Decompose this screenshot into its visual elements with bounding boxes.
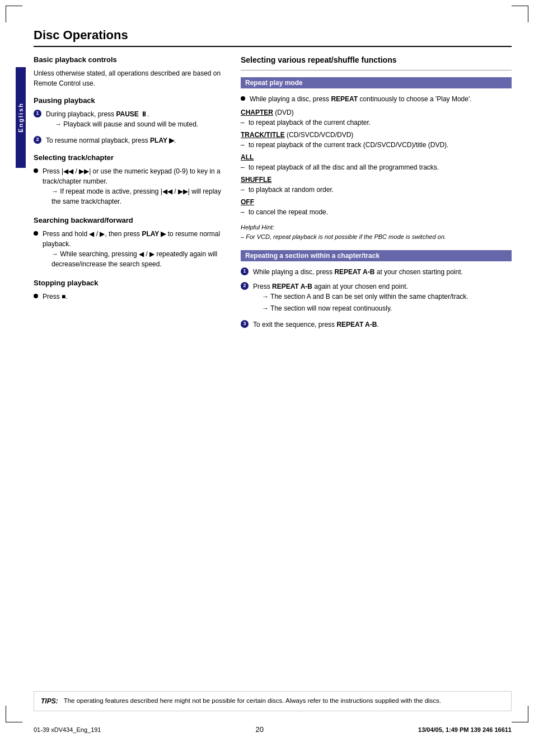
play-bold: PLAY ▶: [150, 137, 174, 144]
right-main-heading: Selecting various repeat/shuffle functio…: [241, 55, 512, 64]
selecting-arrow-1: → If repeat mode is active, pressing |◀◀…: [43, 186, 224, 206]
basic-playback-heading: Basic playback controls: [34, 55, 224, 64]
stopping-bullet-item: Press ■.: [34, 292, 224, 302]
main-content: Disc Operations Basic playback controls …: [34, 17, 512, 334]
repeating-item-3: 3 To exit the sequence, press REPEAT A-B…: [241, 320, 512, 330]
chapter-underlined: CHAPTER: [241, 109, 273, 116]
selecting-bullet-item: Press |◀◀ / ▶▶| or use the numeric keypa…: [34, 166, 224, 208]
repeating-arrow-1: → The section A and B can be set only wi…: [253, 292, 469, 302]
selecting-text: Press |◀◀ / ▶▶| or use the numeric keypa…: [43, 166, 224, 208]
repeating-section-label: Repeating a section within a chapter/tra…: [245, 252, 380, 260]
left-column: Basic playback controls Unless otherwise…: [34, 55, 224, 334]
pausing-text-2: To resume normal playback, press PLAY ▶.: [46, 135, 176, 145]
chapter-dvd: (DVD): [275, 109, 293, 116]
hint-text: – For VCD, repeat playback is not possib…: [241, 233, 446, 240]
repeat-play-mode-label: Repeat play mode: [245, 79, 303, 87]
searching-bullet-item: Press and hold ◀ / ▶, then press PLAY ▶ …: [34, 229, 224, 271]
footer-right: 13/04/05, 1:49 PM 139 246 16611: [418, 726, 512, 733]
footer-left: 01-39 xDV434_Eng_191: [34, 726, 101, 733]
tips-box: TIPS: The operating features described h…: [34, 691, 512, 711]
corner-mark-br: [512, 706, 528, 722]
page-number: 20: [256, 725, 264, 734]
shuffle-label: SHUFFLE: [241, 176, 512, 184]
repeat-ab-bold-1: REPEAT A-B: [334, 268, 374, 276]
off-text: to cancel the repeat mode.: [241, 207, 512, 217]
pausing-heading: Pausing playback: [34, 96, 224, 105]
corner-mark-tl: [6, 6, 22, 22]
pause-bold: PAUSE ⏸: [116, 110, 147, 118]
shuffle-section: SHUFFLE to playback at random order.: [241, 176, 512, 195]
page-title: Disc Operations: [34, 28, 512, 47]
bullet-dot-1: [34, 168, 38, 173]
sidebar: English: [16, 67, 26, 168]
hint-label: Helpful Hint:: [241, 224, 274, 231]
stopping-heading: Stopping playback: [34, 279, 224, 287]
bullet-dot-3: [34, 294, 38, 298]
tips-text: The operating features described here mi…: [64, 696, 441, 706]
off-section: OFF to cancel the repeat mode.: [241, 198, 512, 217]
repeating-text-2: Press REPEAT A-B again at your chosen en…: [253, 281, 469, 315]
num-badge-1: 1: [34, 110, 41, 118]
repeating-item-2: 2 Press REPEAT A-B again at your chosen …: [241, 281, 512, 315]
pausing-arrow-1: → Playback will pause and sound will be …: [46, 119, 198, 129]
repeating-text-1: While playing a disc, press REPEAT A-B a…: [253, 267, 463, 277]
all-section: ALL to repeat playback of all the disc a…: [241, 153, 512, 172]
searching-text: Press and hold ◀ / ▶, then press PLAY ▶ …: [43, 229, 224, 271]
num-badge-r2: 2: [241, 282, 249, 290]
stopping-text: Press ■.: [43, 292, 68, 302]
pausing-item-2: 2 To resume normal playback, press PLAY …: [34, 135, 224, 145]
repeat-bullet-text: While playing a disc, press REPEAT conti…: [250, 94, 472, 104]
num-badge-r1: 1: [241, 267, 249, 275]
repeating-text-3: To exit the sequence, press REPEAT A-B.: [253, 320, 379, 330]
divider-1: [241, 70, 512, 71]
bullet-dot-2: [34, 231, 38, 236]
searching-arrow: → While searching, pressing ◀ / ▶ repeat…: [43, 249, 224, 269]
chapter-section: CHAPTER (DVD) to repeat playback of the …: [241, 109, 512, 128]
all-label: ALL: [241, 153, 512, 161]
track-title-formats: (CD/SVCD/VCD/DVD): [287, 131, 353, 139]
shuffle-underlined: SHUFFLE: [241, 176, 271, 184]
all-text: to repeat playback of all the disc and a…: [241, 162, 512, 172]
page-container: English Disc Operations Basic playback c…: [0, 0, 534, 756]
repeat-bold: REPEAT: [331, 95, 358, 103]
repeating-section-box: Repeating a section within a chapter/tra…: [241, 250, 512, 261]
track-title-label: TRACK/TITLE (CD/SVCD/VCD/DVD): [241, 131, 512, 139]
pausing-text-1: During playback, press PAUSE ⏸. → Playba…: [46, 109, 198, 131]
track-title-section: TRACK/TITLE (CD/SVCD/VCD/DVD) to repeat …: [241, 131, 512, 150]
intro-text: Unless otherwise stated, all operations …: [34, 68, 224, 88]
track-title-underlined: TRACK/TITLE: [241, 131, 285, 139]
off-underlined: OFF: [241, 198, 254, 206]
pausing-item-1: 1 During playback, press PAUSE ⏸. → Play…: [34, 109, 224, 131]
num-badge-r3: 3: [241, 320, 249, 328]
right-column: Selecting various repeat/shuffle functio…: [241, 55, 512, 334]
corner-mark-bl: [6, 706, 22, 722]
play-bold-2: PLAY ▶: [142, 230, 166, 238]
selecting-heading: Selecting track/chapter: [34, 153, 224, 162]
repeat-ab-bold-3: REPEAT A-B: [336, 321, 377, 328]
off-label: OFF: [241, 198, 512, 206]
tips-label: TIPS:: [41, 696, 58, 706]
shuffle-text: to playback at random order.: [241, 185, 512, 195]
helpful-hint: Helpful Hint: – For VCD, repeat playback…: [241, 223, 512, 241]
bullet-dot-4: [241, 96, 245, 101]
track-title-text: to repeat playback of the current track …: [241, 140, 512, 150]
two-column-layout: Basic playback controls Unless otherwise…: [34, 55, 512, 334]
searching-heading: Searching backward/forward: [34, 216, 224, 224]
repeating-item-1: 1 While playing a disc, press REPEAT A-B…: [241, 267, 512, 277]
repeat-bullet-item: While playing a disc, press REPEAT conti…: [241, 94, 512, 104]
chapter-label: CHAPTER (DVD): [241, 109, 512, 116]
chapter-text: to repeat playback of the current chapte…: [241, 118, 512, 128]
repeat-ab-bold-2: REPEAT A-B: [272, 283, 312, 290]
all-underlined: ALL: [241, 153, 254, 161]
corner-mark-tr: [512, 6, 528, 22]
sidebar-label: English: [17, 102, 24, 133]
repeating-arrow-2: → The section will now repeat continuous…: [253, 303, 469, 313]
page-footer: 01-39 xDV434_Eng_191 20 13/04/05, 1:49 P…: [34, 725, 512, 734]
num-badge-2: 2: [34, 136, 41, 144]
basic-playback-section: Basic playback controls Unless otherwise…: [34, 55, 224, 302]
repeat-play-mode-box: Repeat play mode: [241, 77, 512, 88]
